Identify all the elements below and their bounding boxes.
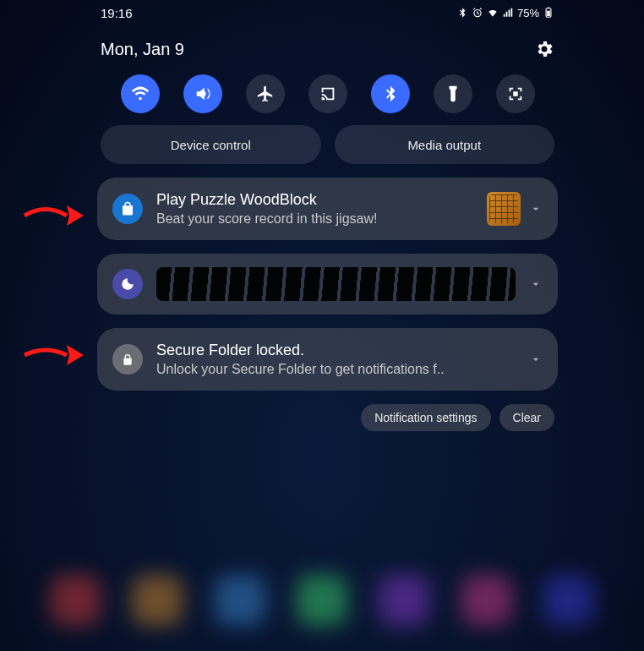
wifi-icon	[131, 85, 150, 103]
notification-title: Play Puzzle WoodBlock	[156, 191, 473, 209]
status-bar: 19:16 75%	[97, 0, 558, 25]
settings-gear-button[interactable]	[534, 39, 554, 59]
screenshot-icon	[506, 85, 525, 103]
notification-text: Unlock your Secure Folder to get notific…	[156, 362, 516, 377]
media-output-button[interactable]: Media output	[335, 125, 555, 164]
clear-label: Clear	[513, 411, 541, 424]
flashlight-icon	[444, 85, 462, 103]
notification-app-icon	[112, 194, 143, 224]
status-time: 19:16	[101, 6, 133, 20]
notification-settings-label: Notification settings	[374, 411, 477, 424]
bag-icon	[120, 201, 135, 216]
moon-icon	[120, 276, 135, 292]
cast-icon	[319, 85, 337, 103]
notification-text: Beat your score record in this jigsaw!	[156, 211, 473, 227]
status-icons: 75%	[456, 7, 554, 19]
lock-icon	[121, 353, 134, 366]
clear-button[interactable]: Clear	[499, 404, 554, 431]
airplane-icon	[256, 85, 275, 103]
svg-rect-2	[547, 11, 550, 16]
notification-title: Secure Folder locked.	[156, 342, 516, 359]
annotation-arrow-1	[20, 199, 88, 236]
sound-icon	[194, 85, 212, 103]
airplane-toggle[interactable]	[246, 74, 285, 113]
flashlight-toggle[interactable]	[434, 74, 472, 113]
battery-status-icon	[543, 7, 554, 19]
notification-thumbnail	[487, 192, 521, 226]
chevron-down-icon[interactable]	[529, 353, 543, 366]
notification-app-icon	[112, 344, 143, 375]
wifi-status-icon	[487, 7, 499, 19]
notification-card-redacted[interactable]	[97, 254, 558, 315]
chevron-down-icon[interactable]	[529, 277, 543, 291]
quick-toggles-row	[97, 68, 558, 125]
panel-date: Mon, Jan 9	[101, 40, 184, 59]
annotation-arrow-2	[20, 338, 88, 375]
alarm-status-icon	[472, 7, 483, 19]
svg-rect-3	[548, 8, 549, 8]
notification-settings-button[interactable]: Notification settings	[361, 404, 490, 431]
cast-toggle[interactable]	[308, 74, 347, 113]
battery-percent: 75%	[517, 7, 539, 19]
gear-icon	[534, 39, 554, 59]
bluetooth-status-icon	[456, 7, 468, 19]
device-control-button[interactable]: Device control	[101, 125, 321, 164]
home-dock-blurred	[0, 575, 644, 626]
device-control-label: Device control	[171, 138, 251, 152]
chevron-down-icon[interactable]	[529, 202, 543, 216]
screenshot-toggle[interactable]	[496, 74, 535, 113]
wifi-toggle[interactable]	[121, 74, 160, 113]
notification-card-secure-folder[interactable]: Secure Folder locked. Unlock your Secure…	[97, 328, 558, 391]
media-output-label: Media output	[407, 138, 481, 152]
notification-redacted-body	[156, 267, 516, 301]
bluetooth-toggle[interactable]	[371, 74, 410, 113]
notification-card-puzzle[interactable]: Play Puzzle WoodBlock Beat your score re…	[97, 178, 558, 240]
bluetooth-icon	[381, 85, 400, 103]
sound-toggle[interactable]	[183, 74, 222, 113]
signal-status-icon	[502, 7, 514, 19]
notification-app-icon	[112, 269, 143, 299]
